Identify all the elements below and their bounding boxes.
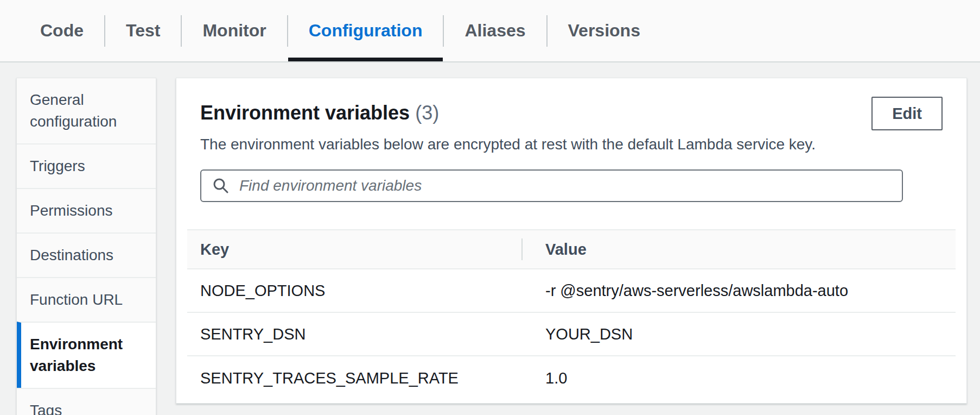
page-title: Environment variables (3) xyxy=(200,100,439,126)
sidebar-item-destinations[interactable]: Destinations xyxy=(17,232,156,277)
sidebar-item-permissions[interactable]: Permissions xyxy=(17,188,156,232)
table-header-row: Key Value xyxy=(187,229,956,269)
search-icon xyxy=(212,177,230,194)
env-var-key: NODE_OPTIONS xyxy=(187,282,523,300)
tab-configuration[interactable]: Configuration xyxy=(288,0,443,61)
sidebar-item-environment-variables[interactable]: Environment variables xyxy=(17,322,156,388)
env-var-key: SENTRY_TRACES_SAMPLE_RATE xyxy=(187,369,523,387)
sidebar-item-triggers[interactable]: Triggers xyxy=(17,143,156,188)
column-header-value: Value xyxy=(523,241,956,259)
sidebar-item-function-url[interactable]: Function URL xyxy=(17,277,156,322)
table-row: NODE_OPTIONS -r @sentry/aws-serverless/a… xyxy=(187,269,956,313)
table-row: SENTRY_TRACES_SAMPLE_RATE 1.0 xyxy=(187,356,956,400)
tab-versions[interactable]: Versions xyxy=(548,0,661,61)
edit-button[interactable]: Edit xyxy=(871,97,943,130)
search-input[interactable] xyxy=(239,177,894,194)
env-var-value: YOUR_DSN xyxy=(523,325,956,343)
tab-monitor[interactable]: Monitor xyxy=(182,0,287,61)
env-var-key: SENTRY_DSN xyxy=(187,325,523,343)
env-var-value: -r @sentry/aws-serverless/awslambda-auto xyxy=(523,282,956,300)
item-count-badge: (3) xyxy=(415,102,439,124)
search-box xyxy=(200,169,903,202)
environment-variables-table: Key Value NODE_OPTIONS -r @sentry/aws-se… xyxy=(187,229,956,400)
panel-description: The environment variables below are encr… xyxy=(200,135,943,154)
environment-variables-panel: Environment variables (3) Edit The envir… xyxy=(176,78,967,404)
panel-header: Environment variables (3) Edit xyxy=(200,100,943,135)
page-title-text: Environment variables xyxy=(200,102,410,124)
sidebar-item-tags[interactable]: Tags xyxy=(17,388,156,415)
table-row: SENTRY_DSN YOUR_DSN xyxy=(187,313,956,356)
column-header-key: Key xyxy=(187,241,523,259)
tab-code[interactable]: Code xyxy=(20,0,104,61)
sidebar-item-general-configuration[interactable]: General configuration xyxy=(17,78,156,143)
env-var-value: 1.0 xyxy=(523,369,956,387)
tab-aliases[interactable]: Aliases xyxy=(444,0,546,61)
configuration-sidebar: General configuration Triggers Permissio… xyxy=(16,78,156,415)
function-tab-bar: Code Test Monitor Configuration Aliases … xyxy=(0,0,980,62)
tab-test[interactable]: Test xyxy=(105,0,181,61)
